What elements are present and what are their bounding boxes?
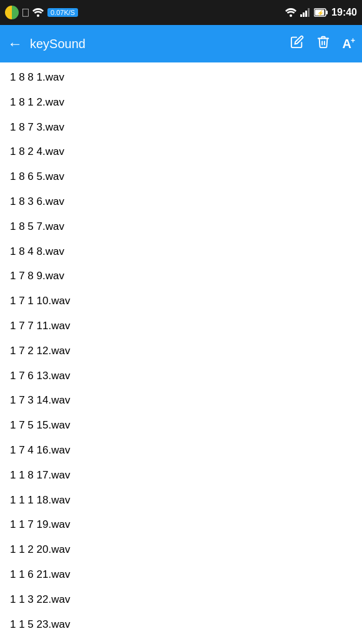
svg-rect-3: [303, 12, 305, 17]
app-icon: [5, 6, 19, 19]
list-item[interactable]: 1 7 8 9.wav: [0, 264, 362, 289]
list-item[interactable]: 1 8 4 8.wav: [0, 239, 362, 264]
wifi-signal-icon: [32, 8, 44, 17]
battery-icon: ⚡: [314, 8, 328, 17]
svg-point-1: [290, 14, 292, 17]
list-item[interactable]: 1 8 6 5.wav: [0, 164, 362, 189]
svg-rect-5: [308, 8, 310, 17]
list-item[interactable]: 1 8 3 6.wav: [0, 189, 362, 214]
list-item[interactable]: 1 1 5 23.wav: [0, 612, 362, 637]
network-speed: 0.07K/S: [47, 8, 78, 17]
app-bar-icons: A+: [290, 35, 355, 52]
svg-point-0: [37, 14, 39, 17]
svg-rect-4: [305, 11, 307, 17]
app-bar-title: keySound: [30, 37, 283, 51]
signal-icon: [300, 8, 310, 17]
usb-icon: ⎕: [22, 7, 29, 18]
list-item[interactable]: 1 1 6 21.wav: [0, 562, 362, 587]
wifi-icon: [285, 8, 296, 17]
status-bar-left: ⎕ 0.07K/S: [5, 6, 78, 19]
svg-text:⚡: ⚡: [317, 9, 325, 17]
time: 19:40: [331, 7, 357, 18]
list-item[interactable]: 1 8 5 7.wav: [0, 214, 362, 239]
list-item[interactable]: 1 1 4 24.wav: [0, 637, 362, 644]
list-item[interactable]: 1 7 3 14.wav: [0, 388, 362, 413]
list-item[interactable]: 1 1 7 19.wav: [0, 512, 362, 537]
list-item[interactable]: 1 8 1 2.wav: [0, 90, 362, 115]
list-item[interactable]: 1 7 4 16.wav: [0, 438, 362, 463]
list-item[interactable]: 1 8 7 3.wav: [0, 115, 362, 140]
list-item[interactable]: 1 1 2 20.wav: [0, 537, 362, 562]
list-item[interactable]: 1 7 5 15.wav: [0, 413, 362, 438]
status-bar: ⎕ 0.07K/S ⚡ 19:40: [0, 0, 362, 25]
svg-rect-2: [300, 14, 302, 17]
status-bar-right: ⚡ 19:40: [285, 7, 357, 18]
list-item[interactable]: 1 1 8 17.wav: [0, 463, 362, 488]
delete-icon[interactable]: [316, 35, 330, 52]
font-size-icon[interactable]: A+: [343, 36, 355, 51]
file-list: 1 8 8 1.wav1 8 1 2.wav1 8 7 3.wav1 8 2 4…: [0, 62, 362, 644]
app-bar: ← keySound A+: [0, 25, 362, 62]
list-item[interactable]: 1 1 3 22.wav: [0, 587, 362, 612]
list-item[interactable]: 1 7 7 11.wav: [0, 314, 362, 339]
list-item[interactable]: 1 8 8 1.wav: [0, 65, 362, 90]
list-item[interactable]: 1 8 2 4.wav: [0, 139, 362, 164]
list-item[interactable]: 1 7 1 10.wav: [0, 289, 362, 314]
list-item[interactable]: 1 7 2 12.wav: [0, 339, 362, 364]
list-item[interactable]: 1 7 6 13.wav: [0, 364, 362, 389]
list-item[interactable]: 1 1 1 18.wav: [0, 488, 362, 513]
back-button[interactable]: ←: [7, 35, 22, 52]
svg-rect-7: [326, 11, 328, 14]
edit-icon[interactable]: [290, 35, 304, 52]
